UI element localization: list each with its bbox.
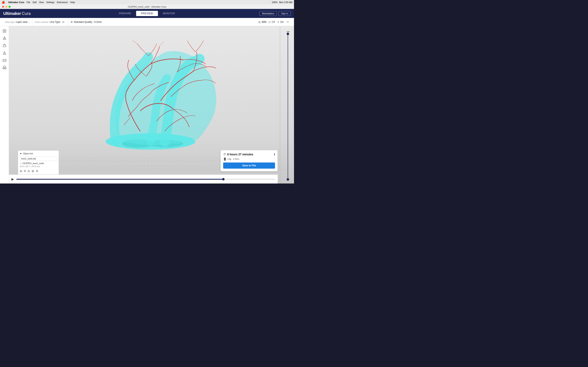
toolbar: View type Layer view ‹ Color scheme Line… <box>0 18 294 26</box>
profile-name: CE3PRO_tree2_solid <box>22 162 44 165</box>
object-name-input[interactable] <box>20 156 57 161</box>
profile-pencil-icon: ✏ <box>20 162 21 165</box>
clock: Mon 3:55 AM <box>279 1 292 3</box>
print-time-left: ⏱ 6 hours 27 minutes <box>223 153 253 156</box>
color-scheme-section: Color scheme Line Type ✏ <box>32 18 68 26</box>
model-canvas <box>19 30 282 163</box>
print-time-value: 6 hours 27 minutes <box>227 153 253 156</box>
view-type-section: View type Layer view ‹ <box>2 18 32 26</box>
seam-section: ✦ On <box>277 20 284 24</box>
traffic-lights <box>2 6 11 8</box>
marketplace-button[interactable]: Marketplace <box>259 11 277 16</box>
action-move-icon[interactable]: ⊞ <box>20 169 22 173</box>
clock-icon: ⏱ <box>223 153 226 156</box>
view-type-label: View type <box>5 21 15 23</box>
layer-slider[interactable]: 298 <box>286 30 290 179</box>
object-panel: ▼ Object list ✏ CE3PRO_tree2_solid 54.0 … <box>18 150 59 175</box>
menu-view[interactable]: View <box>39 1 44 3</box>
layer-track[interactable] <box>288 34 288 179</box>
svg-rect-6 <box>3 59 6 62</box>
info-icon[interactable]: ℹ <box>274 153 275 156</box>
maximize-button[interactable] <box>9 6 11 8</box>
model-svg <box>79 40 222 154</box>
view-type-value: Layer view <box>16 21 27 24</box>
playback-bar: ▶ <box>9 175 278 184</box>
fill-pct-section: ⊠ 20% <box>258 20 267 24</box>
battery-status: 100% <box>272 1 277 3</box>
app-header: Ultimaker Cura PREPARE PREVIEW MONITOR M… <box>0 9 294 18</box>
tool-btn-3[interactable] <box>1 42 8 49</box>
svg-point-18 <box>171 102 171 103</box>
layer-handle-top[interactable] <box>287 33 289 35</box>
svg-point-3 <box>4 38 5 39</box>
svg-point-17 <box>156 110 157 111</box>
fill-pct: 20% <box>261 21 267 24</box>
svg-rect-0 <box>3 30 6 33</box>
color-scheme-label: Color scheme <box>35 21 49 23</box>
tool-btn-2[interactable] <box>1 35 8 42</box>
tool-btn-6[interactable] <box>1 64 8 71</box>
overhang-label[interactable]: Off <box>272 21 275 24</box>
object-actions: ⊞ ⧉ ⊟ ⊠ ⚙ <box>20 169 57 173</box>
app-name[interactable]: Ultimaker Cura <box>8 1 24 3</box>
nav-prepare[interactable]: PREPARE <box>114 11 136 16</box>
menu-extensions[interactable]: Extensions <box>57 1 68 3</box>
svg-point-19 <box>181 94 182 95</box>
progress-track[interactable] <box>16 179 275 180</box>
svg-point-1 <box>4 30 5 32</box>
menu-edit[interactable]: Edit <box>33 1 36 3</box>
menubar-right: 100% Mon 3:55 AM <box>272 1 292 3</box>
toolbar-right: ⊠ 20% ⊡ Off ✦ On ✏ <box>256 20 292 24</box>
action-clone-icon[interactable]: ⊟ <box>27 169 30 173</box>
header-nav: PREPARE PREVIEW MONITOR <box>114 11 180 16</box>
tool-btn-1[interactable] <box>1 28 8 34</box>
quality-icon: ≡ <box>71 20 72 24</box>
view-type-chevron[interactable]: ‹ <box>29 21 30 23</box>
svg-marker-2 <box>3 37 6 39</box>
overhang-section: ⊡ Off <box>268 20 275 24</box>
header-right: Marketplace Sign in <box>259 11 291 16</box>
menu-settings[interactable]: Settings <box>46 1 54 3</box>
menu-file[interactable]: File <box>26 1 30 3</box>
signin-button[interactable]: Sign in <box>278 11 291 16</box>
settings-edit-icon[interactable]: ✏ <box>287 20 289 24</box>
nav-monitor[interactable]: MONITOR <box>158 11 180 16</box>
svg-point-20 <box>193 86 194 87</box>
logo-ultimaker: Ultimaker <box>3 11 21 16</box>
material-icon: ▐▌ <box>223 158 227 160</box>
svg-point-16 <box>142 121 143 122</box>
action-delete-icon[interactable]: ⊠ <box>32 169 34 173</box>
main-area: 298 ▼ Object list ✏ CE3PRO_tree2_solid 5… <box>0 26 294 184</box>
viewport[interactable]: 298 ▼ Object list ✏ CE3PRO_tree2_solid 5… <box>9 26 294 184</box>
seam-label[interactable]: On <box>280 21 284 24</box>
tool-btn-5[interactable] <box>1 57 8 64</box>
menu-help[interactable]: Help <box>70 1 75 3</box>
minimize-button[interactable] <box>5 6 7 8</box>
object-dims: 54.0 x 60.7 x 59.9 mm <box>20 165 57 167</box>
close-button[interactable] <box>2 6 4 8</box>
menubar: 🍎 Ultimaker Cura File Edit View Settings… <box>0 0 294 4</box>
action-settings-icon[interactable]: ⚙ <box>36 169 38 173</box>
layer-handle-bottom[interactable] <box>287 178 289 181</box>
tool-btn-4[interactable] <box>1 50 8 56</box>
apple-icon[interactable]: 🍎 <box>2 1 5 4</box>
overhang-icon: ⊡ <box>268 20 271 24</box>
object-profile-row: ✏ CE3PRO_tree2_solid <box>20 162 57 165</box>
quality-section: ≡ Standard Quality - 0.2mm <box>68 20 256 24</box>
save-to-file-button[interactable]: Save to File <box>223 162 275 169</box>
app-logo: Ultimaker Cura <box>3 11 31 16</box>
print-material-row: ▐▌ 13g · 4.43m <box>223 158 275 160</box>
left-tools <box>0 26 9 184</box>
nav-preview[interactable]: PREVIEW <box>136 11 158 16</box>
progress-fill <box>16 179 223 180</box>
color-scheme-edit-icon[interactable]: ✏ <box>61 20 66 24</box>
material-info: 13g · 4.43m <box>227 158 239 160</box>
play-button[interactable]: ▶ <box>11 177 14 181</box>
print-time-row: ⏱ 6 hours 27 minutes ℹ <box>223 153 275 156</box>
object-panel-toggle[interactable]: ▼ <box>20 152 22 155</box>
progress-thumb[interactable] <box>222 178 225 180</box>
titlebar: CE3PRO_tree2_solid - Ultimaker Cura <box>0 4 294 9</box>
window-title: CE3PRO_tree2_solid - Ultimaker Cura <box>128 6 166 8</box>
seam-icon: ✦ <box>277 20 279 24</box>
action-copy-icon[interactable]: ⧉ <box>24 169 26 173</box>
